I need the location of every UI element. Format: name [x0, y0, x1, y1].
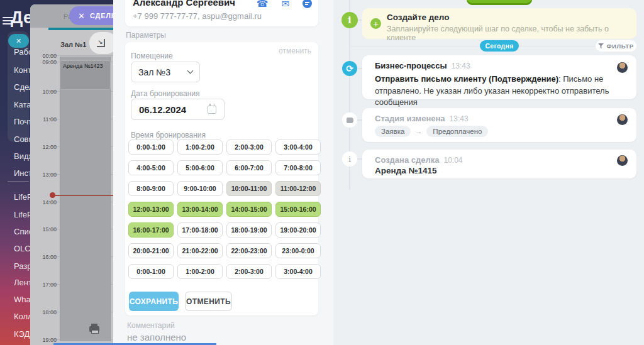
booking-date-input[interactable]: 06.12.2024: [131, 99, 225, 120]
sidebar-item[interactable]: Ката: [14, 100, 31, 109]
time-slot-button[interactable]: 4:00-5:00: [128, 160, 174, 175]
create-task-hint-card[interactable]: + Создайте дело Запланируйте следующий ш…: [362, 8, 636, 39]
time-gutter-label: 16:00: [30, 254, 57, 260]
feed-time: 13:43: [450, 114, 469, 123]
collapse-hours-button[interactable]: ↘: [89, 32, 113, 54]
sidebar-item[interactable]: Сдел: [14, 82, 31, 92]
feed-card-business-process[interactable]: Бизнес-процессы13:43 Отправить письмо кл…: [362, 55, 636, 99]
sidebar-item[interactable]: Рабо: [14, 47, 31, 57]
time-gutter-label: 10:00: [30, 89, 57, 95]
time-slot-button[interactable]: 12:00-13:00: [128, 202, 174, 217]
time-slot-button[interactable]: 6:00-7:00: [226, 160, 272, 175]
time-slot-button[interactable]: 0:00-1:00: [128, 264, 174, 279]
time-slot-grid: 0:00-1:001:00-2:002:00-3:003:00-4:004:00…: [128, 140, 321, 279]
comment-label: Комментарий: [127, 321, 175, 330]
feed-time: 10:04: [444, 156, 463, 165]
time-slot-button[interactable]: 20:00-21:00: [128, 243, 174, 258]
sidebar-close-button[interactable]: ✕: [8, 34, 29, 48]
sidebar-divider: [8, 181, 29, 182]
time-slot-button[interactable]: 17:00-18:00: [177, 222, 223, 238]
contact-card[interactable]: Александр Сергеевич +7 999 777-77-77, as…: [125, 0, 318, 26]
time-slot-button[interactable]: 14:00-15:00: [226, 202, 272, 217]
filter-button[interactable]: ФИЛЬТР: [596, 40, 636, 52]
time-gutter-label: 11:00: [30, 116, 57, 123]
print-icon[interactable]: [89, 326, 99, 332]
contact-name: Александр Сергеевич: [133, 0, 235, 8]
sidebar-item[interactable]: КЭД: [14, 329, 31, 339]
time-slot-button[interactable]: 11:00-12:00: [275, 181, 321, 196]
time-slot-button[interactable]: 9:00-10:00: [177, 181, 223, 196]
sidebar-item[interactable]: LifeP: [14, 210, 31, 219]
sidebar-item[interactable]: Совм: [14, 134, 31, 144]
avatar[interactable]: [617, 62, 628, 73]
sidebar-item[interactable]: OLC: [14, 244, 31, 253]
chat-icon[interactable]: [303, 0, 312, 8]
calendar-event[interactable]: Аренда №1423: [60, 60, 111, 90]
top-action-button[interactable]: [467, 0, 532, 5]
sidebar-item[interactable]: Инст: [14, 168, 31, 178]
time-gutter-label: 00:00: [30, 53, 57, 59]
sidebar-item[interactable]: Лент: [14, 278, 31, 287]
calendar-icon[interactable]: [208, 106, 216, 114]
mail-icon[interactable]: ✉: [281, 0, 289, 8]
arrow-right-icon: →: [415, 128, 422, 135]
feed-title: Бизнес-процессы13:43: [375, 61, 470, 70]
time-slot-button[interactable]: 22:00-23:00: [226, 243, 272, 258]
time-slot-button[interactable]: 0:00-1:00: [128, 140, 174, 155]
contact-details: +7 999 777-77-77, aspu@ggmail.ru: [133, 11, 262, 21]
time-gutter-label: 19:00: [30, 337, 57, 343]
time-slot-button[interactable]: 5:00-6:00: [177, 160, 223, 175]
time-slot-button[interactable]: 10:00-11:00: [226, 181, 272, 196]
time-slot-button[interactable]: 23:00-0:00: [275, 243, 321, 258]
time-slot-button[interactable]: 2:00-3:00: [226, 140, 272, 155]
parameters-section-label: Параметры: [126, 31, 166, 40]
current-time-line: [54, 195, 113, 196]
calendar-column: [60, 57, 111, 341]
time-slot-button[interactable]: 1:00-2:00: [177, 140, 223, 155]
feed-body: Аренда №1415: [375, 166, 437, 175]
time-slot-button[interactable]: 21:00-22:00: [177, 243, 223, 258]
feed-time: 13:43: [452, 62, 470, 70]
time-slot-button[interactable]: 8:00-9:00: [128, 181, 174, 196]
room-select[interactable]: Зал №3: [131, 62, 200, 82]
feed-card-stage-changed[interactable]: Стадия изменена13:43 Заявка → Предоплаче…: [362, 108, 636, 142]
deal-tab-label: СДЕЛКА: [90, 12, 113, 19]
close-deal-icon[interactable]: ✕: [78, 11, 85, 21]
time-slot-button[interactable]: 16:00-17:00: [128, 222, 174, 238]
phone-icon[interactable]: ☎: [257, 0, 269, 8]
stage-from-badge: Заявка: [375, 126, 411, 137]
time-slot-button[interactable]: 3:00-4:00: [275, 140, 321, 155]
avatar[interactable]: [617, 155, 628, 166]
collapse-arrow-icon: ↘: [97, 39, 105, 47]
feed-card-deal-created[interactable]: Создана сделка10:04 Аренда №1415: [362, 150, 636, 178]
cancel-button[interactable]: ОТМЕНИТЬ: [185, 292, 232, 311]
stage-badges: Заявка → Предоплачено: [375, 126, 488, 137]
time-slot-button[interactable]: 7:00-8:00: [275, 160, 321, 175]
hint-title: Создайте дело: [387, 13, 450, 22]
parameters-card: отменить Помещение Зал №3 Дата бронирова…: [125, 42, 318, 315]
sidebar-item[interactable]: Конт: [14, 65, 31, 75]
avatar[interactable]: [617, 114, 628, 125]
time-slot-button[interactable]: 18:00-19:00: [226, 222, 272, 238]
save-button[interactable]: СОХРАНИТЬ: [129, 292, 179, 311]
sidebar-item[interactable]: LifeP: [14, 192, 31, 202]
room-select-value: Зал №3: [138, 67, 170, 77]
business-process-icon: ⟳: [342, 61, 357, 76]
cancel-link[interactable]: отменить: [279, 47, 311, 55]
time-slot-button[interactable]: 2:00-3:00: [226, 264, 272, 279]
sidebar-item[interactable]: Видж: [14, 151, 31, 161]
sidebar-item[interactable]: Разр: [14, 261, 31, 271]
today-badge[interactable]: Сегодня: [480, 40, 519, 52]
sidebar-item[interactable]: Wha: [14, 295, 31, 304]
time-slot-button[interactable]: 13:00-14:00: [177, 202, 223, 217]
sidebar-item[interactable]: Колл: [14, 312, 31, 321]
time-slot-button[interactable]: 15:00-16:00: [275, 202, 321, 217]
time-slot-button[interactable]: 1:00-2:00: [177, 264, 223, 279]
filter-label: ФИЛЬТР: [606, 43, 633, 50]
time-slot-button[interactable]: 19:00-20:00: [275, 222, 321, 238]
time-slot-button[interactable]: 3:00-4:00: [275, 264, 321, 279]
sidebar-item[interactable]: Спис: [14, 227, 31, 236]
deal-tab-pill[interactable]: ✕ СДЕЛКА: [69, 6, 113, 25]
plus-icon[interactable]: +: [370, 18, 381, 29]
sidebar-item[interactable]: Почт: [14, 117, 31, 126]
